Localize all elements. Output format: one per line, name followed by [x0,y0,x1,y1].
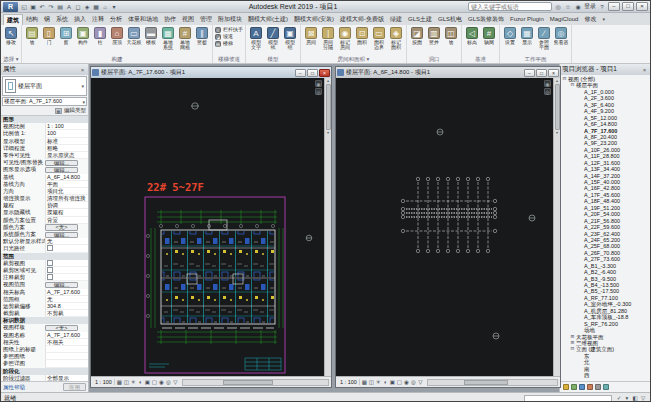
browser-tool-icon[interactable] [563,384,569,390]
ribbon-button[interactable]: ▭ 面积 边界 [371,26,387,50]
view-control-icon[interactable]: ◫ [368,379,375,385]
property-value[interactable]: 按规程 [45,209,88,216]
ribbon-button[interactable]: ◉ 标记 房间 [337,26,353,50]
zoom-icon[interactable]: ◎ [315,88,322,95]
workset-field[interactable] [524,395,612,402]
qat-icon[interactable]: ▾ [110,2,118,12]
property-row[interactable]: 参照详图 [1,360,88,367]
ribbon-button[interactable]: ∥ 竖梃 [194,26,210,50]
horizontal-scrollbar[interactable] [427,379,558,386]
ribbon-panel-label[interactable]: 构建 [24,55,210,63]
ribbon-button[interactable]: ╱ 模型 线 [265,26,281,50]
ribbon-button[interactable]: ▣ 构件 [75,26,91,50]
property-row[interactable]: 视图范围 编辑... [1,281,88,288]
property-row[interactable]: 图形显示选项 编辑... [1,166,88,173]
view-control-icon[interactable]: ▦ [361,379,368,385]
view-window-title-bar[interactable]: 楼层平面: A_7F_17.600 - 项目1 − □ × [91,67,331,78]
ribbon-panel-label[interactable]: 模型 [248,55,298,63]
ribbon-tab[interactable]: 管理 [197,14,215,25]
property-row[interactable]: 基线 A_6F_14.800 [1,174,88,181]
view-restore-button[interactable]: □ [536,69,547,77]
ribbon-tab[interactable]: 钢 [41,14,53,25]
statusbar-icon[interactable]: ▽ [639,395,647,401]
ribbon-button[interactable]: ◢ 坡道 [215,33,233,40]
properties-help-link[interactable]: 属性帮助 [3,384,25,391]
property-row[interactable]: 零件可见性 显示原状态 [1,152,88,159]
ribbon-tab[interactable]: 翻模大师(安装) [291,14,337,25]
property-value[interactable]: 304.8 [45,303,88,310]
ribbon-button[interactable]: ▥ 竖井 [426,26,442,50]
ribbon-button[interactable]: ◁ 标高 [464,26,480,50]
view-control-icon[interactable]: ▣ [144,379,151,385]
property-row[interactable]: 截剪裁 不剪裁 [1,310,88,317]
browser-tool-icon[interactable] [595,384,601,390]
revit-app-button[interactable]: R [3,2,18,12]
property-row[interactable]: 范围框 无 [1,296,88,303]
browser-tool-icon[interactable] [587,384,593,390]
property-value[interactable] [45,353,88,360]
close-icon[interactable]: × [79,67,86,73]
property-value[interactable]: 背景 [45,217,88,224]
ribbon-tab[interactable]: MagiCloud [547,14,582,25]
tree-expander-icon[interactable]: ⊟ [570,82,575,88]
view-restore-button[interactable]: □ [307,69,318,77]
type-selector[interactable]: 楼层平面 ▾ [2,76,87,96]
ribbon-button[interactable]: ▮ 柱 [92,26,108,50]
property-row[interactable]: 裁剪视图 [1,260,88,267]
property-row[interactable]: 颜色方案 <无> [1,224,88,231]
statusbar-icon[interactable]: ▾ [623,395,631,401]
property-value[interactable]: 无 [45,238,88,245]
ribbon-button[interactable]: ◇ 设置 [502,26,518,50]
browser-tool-icon[interactable] [579,384,585,390]
property-row[interactable]: 基线方向 平面 [1,181,88,188]
navigation-wheel-icon[interactable]: ◉ [544,80,551,87]
ribbon-tab[interactable]: Fuzor Plugin [507,14,547,25]
ribbon-tab[interactable]: GLS装修装饰 [465,14,507,25]
property-value[interactable] [45,346,88,353]
property-row[interactable]: 默认分析显示样式 无 [1,238,88,245]
property-value[interactable]: <无> [45,325,78,331]
scrollbar-thumb[interactable] [326,84,331,130]
navigation-wheel-icon[interactable]: ◉ [315,80,322,87]
view-control-icon[interactable]: ▽ [417,379,424,385]
property-row[interactable]: 远剪裁偏移 304.8 [1,303,88,310]
property-value[interactable]: A_7F_17.600 [45,289,88,296]
view-scale[interactable]: 1 : 100 [338,379,360,385]
user-icon[interactable]: ◉ [574,2,582,12]
property-value[interactable]: 编辑... [45,167,78,173]
statusbar-icon[interactable]: ✓ [615,395,623,401]
ribbon-button[interactable]: ◈ 标记 面积 [388,26,404,50]
ribbon-panel-label[interactable]: 选择 ▾ [3,55,19,63]
view-control-icon[interactable]: ◉ [403,379,410,385]
property-row[interactable]: 规程 协调 [1,202,88,209]
ribbon-tab[interactable]: 插入 [71,14,89,25]
ribbon-button[interactable]: ◫ 墙 [443,26,459,50]
scroll-down-icon[interactable]: ▾ [327,130,329,136]
view-scale[interactable]: 1 : 100 [93,379,115,385]
ribbon-button[interactable]: ⊡ 面积 [354,26,370,50]
ribbon-button[interactable]: ▤ 楼梯 [215,40,233,47]
login-label[interactable]: 登录 [584,2,596,11]
ribbon-panel-label[interactable]: 工作平面 [502,55,569,63]
ribbon-button[interactable]: ▦ 幕墙 系统 [160,26,176,50]
ribbon-tab[interactable]: 绿建 [387,14,405,25]
search-icon[interactable]: ◎ [554,2,562,12]
property-value[interactable]: 粗略 [45,145,88,152]
view-control-icon[interactable]: ☀ [130,379,137,385]
qat-icon[interactable]: ▤ [56,2,64,12]
browser-tool-icon[interactable] [571,384,577,390]
view-control-icon[interactable]: ◎ [410,379,417,385]
vertical-scrollbar[interactable]: ▴ ▾ [553,78,560,376]
property-value[interactable]: 1 : 100 [45,123,88,130]
close-button[interactable]: × [636,2,648,11]
property-row[interactable]: 范围 [1,253,88,260]
property-row[interactable]: 相关标高 A_7F_17.600 [1,289,88,296]
qat-icon[interactable]: ▣ [29,2,37,12]
property-value[interactable]: 协调 [45,202,88,209]
ribbon-button[interactable]: A 模型 文字 [248,26,264,50]
browser-tool-icon[interactable] [603,384,609,390]
view-window-title-bar[interactable]: 楼层平面: A_6F_14.800 - 项目1 − □ × [336,67,560,78]
statusbar-icon[interactable]: ◧ [631,395,639,401]
view-control-icon[interactable]: ◐ [137,379,144,385]
property-value[interactable]: A_6F_14.800 [45,174,88,181]
